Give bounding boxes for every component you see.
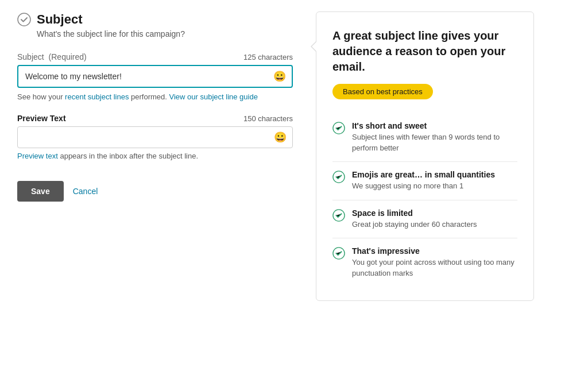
list-item: It's short and sweet Subject lines with …: [332, 113, 517, 162]
subject-section: Subject (Required) 125 characters 😀 See …: [17, 52, 293, 103]
list-item: Emojis are great… in small quantities We…: [332, 162, 517, 200]
check-icon-3: [332, 209, 345, 222]
page-subtitle: What's the subject line for this campaig…: [37, 29, 185, 38]
preview-char-count: 150 characters: [243, 114, 293, 123]
subject-label: Subject (Required): [17, 52, 87, 61]
check-icon-1: [332, 122, 345, 134]
button-row: Save Cancel: [17, 181, 293, 202]
subject-emoji-button[interactable]: 😀: [273, 70, 286, 83]
preview-field-header: Preview Text 150 characters: [17, 114, 293, 123]
subject-input[interactable]: [18, 66, 292, 87]
preview-label: Preview Text: [17, 114, 66, 123]
list-item: That's impressive You got your point acr…: [332, 238, 517, 287]
preview-help-text: Preview text appears in the inbox after …: [17, 152, 293, 160]
tip-heading: A great subject line gives your audience…: [332, 28, 517, 75]
save-button[interactable]: Save: [17, 181, 64, 202]
subject-char-count: 125 characters: [243, 53, 293, 61]
preview-emoji-icon: 😀: [274, 131, 287, 144]
left-panel: Subject What's the subject line for this…: [17, 11, 316, 301]
preview-text-link[interactable]: Preview text: [17, 152, 58, 160]
check-item-text-4: That's impressive You got your point acr…: [352, 246, 517, 279]
check-item-text-2: Emojis are great… in small quantities We…: [352, 170, 495, 191]
checklist: It's short and sweet Subject lines with …: [332, 113, 517, 287]
check-icon-4: [332, 247, 345, 260]
page-title: Subject: [37, 11, 185, 28]
recent-subject-lines-link[interactable]: recent subject lines: [65, 92, 129, 101]
subject-emoji-icon: 😀: [273, 70, 286, 83]
check-icon-2: [332, 171, 345, 183]
subject-line-guide-link[interactable]: View our subject line guide: [169, 92, 257, 101]
subject-help-text: See how your recent subject lines perfor…: [17, 91, 293, 103]
check-item-text-1: It's short and sweet Subject lines with …: [352, 121, 517, 153]
subject-input-wrapper: 😀: [17, 65, 293, 88]
tip-panel: A great subject line gives your audience…: [316, 11, 534, 301]
page-header: Subject What's the subject line for this…: [17, 11, 293, 38]
subject-field-header: Subject (Required) 125 characters: [17, 52, 293, 61]
check-circle-icon: [17, 13, 31, 26]
preview-emoji-button[interactable]: 😀: [274, 131, 287, 144]
preview-section: Preview Text 150 characters 😀 Preview te…: [17, 114, 293, 160]
check-item-text-3: Space is limited Great job staying under…: [352, 208, 477, 230]
preview-input[interactable]: [18, 127, 292, 148]
cancel-button[interactable]: Cancel: [73, 187, 98, 196]
header-text: Subject What's the subject line for this…: [37, 11, 185, 38]
list-item: Space is limited Great job staying under…: [332, 200, 517, 238]
preview-input-wrapper: 😀: [17, 126, 293, 148]
page-wrapper: Subject What's the subject line for this…: [17, 11, 571, 301]
best-practices-badge: Based on best practices: [332, 84, 433, 99]
svg-point-0: [18, 13, 30, 26]
